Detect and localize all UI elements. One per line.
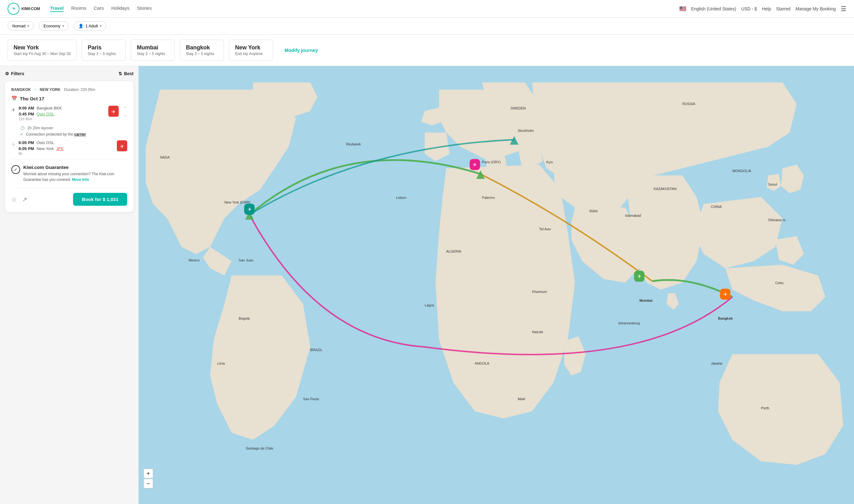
trip-type-selector[interactable]: Nomad ▾ bbox=[7, 21, 34, 31]
flight-segment-2: ✈ 6:05 PM Oslo OSL 8:05 PM New York JFK … bbox=[11, 140, 127, 156]
guarantee-icon: ✓ bbox=[11, 165, 20, 174]
dropdown-arrow-icon: ▾ bbox=[62, 24, 64, 28]
pin-plane-icon: ✈ bbox=[473, 161, 477, 167]
map-background: Reykjavik SWEDEN Stockholm RUSSIA KAZAKH… bbox=[139, 66, 854, 504]
segment2-depart-time: 6:05 PM bbox=[19, 140, 34, 145]
journey-card-new-york-start[interactable]: New York Start trip Fri Aug 30 – Mon Sep… bbox=[7, 40, 76, 61]
language-selector[interactable]: English (United States) bbox=[691, 6, 736, 11]
journey-card-bangkok[interactable]: Bangkok Stay 3 ~ 5 nights bbox=[180, 40, 224, 61]
sort-best-button[interactable]: ⇅ Best bbox=[118, 71, 134, 76]
route-arrow-icon: → bbox=[33, 88, 37, 92]
airline-plane-icon: ✈ bbox=[111, 109, 116, 115]
segment1-depart-city: Bangkok BKK bbox=[36, 106, 62, 110]
segment2-arrive-city: New York JFK bbox=[36, 146, 64, 151]
segment2-depart-city: Oslo OSL bbox=[36, 140, 54, 145]
segment-expand-icon[interactable]: ⌃ bbox=[123, 106, 127, 112]
journey-detail: Stay 3 ~ 5 nights bbox=[88, 52, 120, 56]
pin-plane-icon: ✈ bbox=[637, 273, 642, 280]
footer-actions: ☆ ↗ bbox=[11, 196, 28, 203]
segment1-duration: 11h 45m bbox=[19, 117, 105, 121]
save-star-button[interactable]: ☆ bbox=[11, 196, 17, 203]
flight-date: 📅 Thu Oct 17 bbox=[11, 96, 127, 101]
main-content: ⚙ Filters ⇅ Best BANGKOK → NEW YORK Dura… bbox=[0, 66, 854, 504]
more-info-link[interactable]: More Info bbox=[72, 177, 89, 182]
book-button[interactable]: Book for $ 1,031 bbox=[73, 193, 127, 206]
check-icon: ✓ bbox=[20, 132, 23, 137]
flag-icon: 🇺🇸 bbox=[679, 5, 686, 12]
header-right: 🇺🇸 English (United States) USD - $ Help … bbox=[679, 5, 847, 13]
sidebar: ⚙ Filters ⇅ Best BANGKOK → NEW YORK Dura… bbox=[0, 66, 139, 504]
cabin-class-selector[interactable]: Economy ▾ bbox=[39, 21, 69, 31]
pin-plane-icon: ✈ bbox=[247, 206, 251, 212]
journey-city: New York bbox=[235, 44, 267, 51]
segment2-arrive-time: 8:05 PM bbox=[19, 146, 34, 151]
flight-route-header: BANGKOK → NEW YORK Duration: 22h 05m bbox=[11, 88, 127, 92]
layover-info: 🕐 2h 20m layover bbox=[11, 123, 127, 131]
main-nav: Travel Rooms Cars Holidays Stories bbox=[50, 5, 679, 12]
logo-text: KIWI·COM bbox=[21, 6, 40, 11]
airline-plane-icon-2: ✈ bbox=[120, 143, 124, 149]
route-to: NEW YORK bbox=[40, 88, 60, 92]
booking-link[interactable]: Manage My Booking bbox=[796, 6, 836, 11]
divider bbox=[11, 159, 127, 160]
new-york-pin[interactable]: ✈ bbox=[244, 204, 255, 215]
mumbai-pin[interactable]: ✈ bbox=[634, 271, 645, 282]
help-link[interactable]: Help bbox=[762, 6, 771, 11]
segment1-depart-time: 9:00 AM bbox=[19, 106, 34, 110]
nav-stories[interactable]: Stories bbox=[137, 5, 152, 12]
share-button[interactable]: ↗ bbox=[22, 196, 28, 203]
flight-duration: Duration: 22h 05m bbox=[64, 88, 95, 92]
passenger-icon: 👤 bbox=[79, 23, 84, 28]
toolbar: Nomad ▾ Economy ▾ 👤 1 Adult ▾ bbox=[0, 18, 854, 35]
nav-cars[interactable]: Cars bbox=[94, 5, 104, 12]
nav-travel[interactable]: Travel bbox=[50, 5, 64, 12]
header: ✈ KIWI·COM Travel Rooms Cars Holidays St… bbox=[0, 0, 854, 18]
plane-depart-icon: ✈ bbox=[11, 107, 15, 113]
segment-collapse-icon[interactable]: ⌄ bbox=[123, 112, 127, 118]
route-from: BANGKOK bbox=[11, 88, 31, 92]
journey-card-paris[interactable]: Paris Stay 3 ~ 5 nights bbox=[82, 40, 126, 61]
pin-plane-icon: ✈ bbox=[723, 291, 727, 297]
journey-detail: End trip Anytime bbox=[235, 52, 267, 56]
journey-detail: Stay 3 ~ 5 nights bbox=[137, 52, 169, 56]
zoom-out-button[interactable]: − bbox=[144, 479, 153, 488]
dropdown-arrow-icon: ▾ bbox=[100, 24, 101, 28]
passenger-selector[interactable]: 👤 1 Adult ▾ bbox=[74, 21, 106, 31]
airline-badge-2: ✈ bbox=[117, 140, 127, 151]
journey-city: Paris bbox=[88, 44, 120, 51]
segment1-arrive-city: Oslo OSL bbox=[36, 112, 54, 116]
guarantee-title: Kiwi.com Guarantee bbox=[23, 164, 127, 170]
journey-card-mumbai[interactable]: Mumbai Stay 3 ~ 5 nights bbox=[131, 40, 175, 61]
zoom-in-button[interactable]: + bbox=[144, 469, 153, 478]
map-container: Reykjavik SWEDEN Stockholm RUSSIA KAZAKH… bbox=[139, 66, 854, 504]
segment1-arrive-time: 3:45 PM bbox=[19, 112, 34, 116]
bangkok-pin[interactable]: ✈ bbox=[720, 289, 731, 300]
journey-city: Mumbai bbox=[137, 44, 169, 51]
dropdown-arrow-icon: ▾ bbox=[28, 24, 29, 28]
filters-button[interactable]: ⚙ Filters bbox=[5, 71, 24, 76]
guarantee-text: Worried about missing your connection? T… bbox=[23, 171, 127, 182]
logo[interactable]: ✈ KIWI·COM bbox=[7, 3, 40, 15]
airline-badge-1: ✈ bbox=[108, 106, 119, 117]
journey-card-new-york-end[interactable]: New York End trip Anytime bbox=[229, 40, 273, 61]
journey-detail: Stay 3 ~ 5 nights bbox=[186, 52, 218, 56]
logo-circle: ✈ bbox=[7, 3, 19, 15]
paris-pin[interactable]: ✈ bbox=[470, 159, 480, 170]
filter-icon: ⚙ bbox=[5, 71, 9, 76]
currency-selector[interactable]: USD - $ bbox=[741, 6, 757, 11]
world-map-svg bbox=[139, 66, 854, 504]
carrier-link[interactable]: carrier bbox=[74, 132, 86, 137]
sort-icon: ⇅ bbox=[118, 71, 122, 76]
connection-info: ✓ Connection protected by the carrier bbox=[11, 131, 127, 140]
nav-holidays[interactable]: Holidays bbox=[111, 5, 129, 12]
starred-link[interactable]: Starred bbox=[776, 6, 790, 11]
flight-card: BANGKOK → NEW YORK Duration: 22h 05m 📅 T… bbox=[5, 81, 134, 212]
modify-journey-button[interactable]: Modify journey bbox=[284, 48, 318, 53]
sidebar-header: ⚙ Filters ⇅ Best bbox=[5, 71, 134, 76]
hamburger-icon[interactable]: ☰ bbox=[841, 5, 847, 13]
nav-rooms[interactable]: Rooms bbox=[71, 5, 86, 12]
plane-icon-2: ✈ bbox=[11, 142, 15, 147]
calendar-icon: 📅 bbox=[11, 96, 17, 101]
map-zoom-controls: + − bbox=[144, 469, 153, 488]
journey-detail: Start trip Fri Aug 30 – Mon Sep 30 bbox=[14, 52, 71, 56]
